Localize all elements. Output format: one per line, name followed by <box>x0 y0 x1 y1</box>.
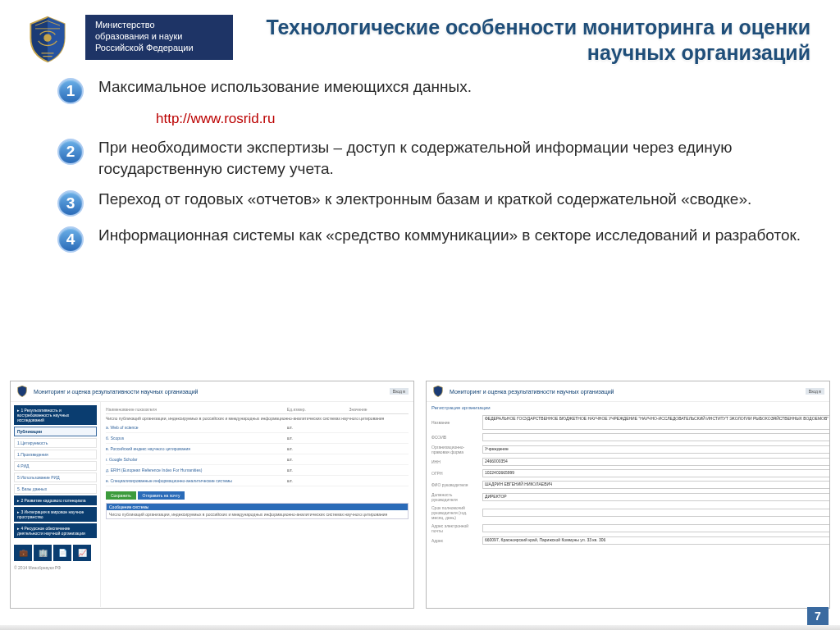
input-address[interactable]: 660097, Красноярский край, Парижской Ком… <box>482 536 830 545</box>
badge-3: 3 <box>57 190 84 217</box>
tile-chart-icon[interactable]: 📈 <box>73 545 91 561</box>
table-row: а. Web of scienceшт. <box>106 422 409 433</box>
point-2-text: При необходимости экспертизы – доступ к … <box>98 137 810 180</box>
input-fio[interactable]: ШАДРИН ЕВГЕНИЙ НИКОЛАЕВИЧ <box>482 481 830 489</box>
slide-header: Министерство образования и науки Российс… <box>0 0 840 71</box>
svg-point-0 <box>43 34 51 41</box>
bottom-tiles: 💼 🏢 📄 📈 <box>14 545 97 561</box>
sidebar-item[interactable]: Публикации <box>14 427 97 436</box>
sidebar-item[interactable]: 1.Цитируемость <box>14 438 97 448</box>
label-address: Адрес <box>431 538 479 543</box>
point-1: 1 Максимальное использование имеющихся д… <box>57 76 810 104</box>
input-position[interactable]: ДИРЕКТОР <box>482 493 830 501</box>
screenshot-thumbnails: Мониторинг и оценка результативности нау… <box>0 381 840 609</box>
crest-icon <box>23 15 72 64</box>
table-row: г. Google Scholarшт. <box>106 454 409 465</box>
sysmsg-body: Число публикаций организации, индексируе… <box>107 510 408 518</box>
point-3: 3 Переход от годовых «отчетов» к электро… <box>57 189 810 217</box>
crest-icon <box>431 385 445 398</box>
thumbnail-2: Мониторинг и оценка результативности нау… <box>426 381 830 609</box>
label-name: Название <box>431 420 479 425</box>
sidebar-group-4[interactable]: ▸ 4 Ресурсное обеспечение деятельности н… <box>14 523 97 538</box>
label-fio: ФИО руководителя <box>431 482 479 487</box>
sidebar-item[interactable]: 5 Использование РИД <box>14 472 97 482</box>
form-left: НазваниеФЕДЕРАЛЬНОЕ ГОСУДАРСТВЕННОЕ БЮДЖ… <box>431 415 830 548</box>
login-button[interactable]: Вход в <box>390 388 409 395</box>
label-term: Срок полномочий руководителя (год. месяц… <box>431 505 479 520</box>
label-fsoiv: ФСОИВ <box>431 435 479 440</box>
point-2: 2 При необходимости экспертизы – доступ … <box>57 137 810 180</box>
sidebar: ▸ 1 Результативность и востребованность … <box>11 402 101 607</box>
footer-divider <box>0 625 840 630</box>
sidebar-item[interactable]: 1.Произведения <box>14 450 97 459</box>
label-email: Адрес электронной почты <box>431 523 479 533</box>
page-number: 7 <box>807 607 829 625</box>
label-inn: ИНН <box>431 459 479 464</box>
system-message: Сообщение системы Число публикаций орган… <box>106 503 409 519</box>
table-header: Наименование показателя Ед.измер. Значен… <box>106 405 409 414</box>
table-row: б. Scopusшт. <box>106 433 409 444</box>
tile-doc-icon[interactable]: 📄 <box>53 545 71 561</box>
input-term[interactable] <box>482 509 830 517</box>
point-4: 4 Информационная системы как «средство к… <box>57 225 810 253</box>
app-title: Мониторинг и оценка результативности нау… <box>34 389 385 395</box>
ministry-line1: Министерство <box>95 20 223 31</box>
badge-4: 4 <box>57 226 84 253</box>
table-row: д. ERIH (European Reference Index For Hu… <box>106 465 409 476</box>
registration-title: Регистрация организации <box>427 405 829 410</box>
ministry-line3: Российской Федерации <box>95 43 223 54</box>
send-button[interactable]: Отправить на почту <box>138 491 185 500</box>
save-button[interactable]: Сохранить <box>106 491 136 500</box>
col-value: Значение <box>349 407 409 412</box>
input-opf[interactable]: Учреждение <box>482 445 830 454</box>
col-unit: Ед.измер. <box>287 407 347 412</box>
ministry-label: Министерство образования и науки Российс… <box>85 15 233 60</box>
login-button[interactable]: Вход в <box>806 388 824 395</box>
ministry-line2: образования и науки <box>95 31 223 43</box>
slide-title: Технологические особенности мониторинга … <box>246 15 810 66</box>
tile-building-icon[interactable]: 🏢 <box>34 545 52 561</box>
slide-title-wrap: Технологические особенности мониторинга … <box>246 15 817 66</box>
input-email[interactable] <box>482 524 830 532</box>
sysmsg-title: Сообщение системы <box>107 504 408 510</box>
point-1-text: Максимальное использование имеющихся дан… <box>98 76 472 98</box>
input-fsoiv[interactable] <box>482 433 830 441</box>
badge-2: 2 <box>57 139 84 165</box>
sidebar-group-3[interactable]: ▸ 3 Интеграция в мировое научное простра… <box>14 507 97 522</box>
crest-icon <box>16 385 29 398</box>
main-panel: Наименование показателя Ед.измер. Значен… <box>101 402 413 607</box>
badge-1: 1 <box>57 78 84 104</box>
sidebar-group-2[interactable]: ▸ 2 Развитие кадрового потенциала <box>14 495 97 505</box>
copyright: © 2014 Минобрнауки РФ <box>14 565 97 570</box>
input-inn[interactable]: 2466000354 <box>482 458 830 466</box>
label-ogrn: ОГРН <box>431 471 479 476</box>
points-list: 1 Максимальное использование имеющихся д… <box>0 71 840 264</box>
point-4-text: Информационная системы как «средство ком… <box>98 225 801 247</box>
rosrid-link[interactable]: http://www.rosrid.ru <box>156 111 810 127</box>
point-3-text: Переход от годовых «отчетов» к электронн… <box>98 189 751 211</box>
table-caption: Число публикаций организации, индексируе… <box>106 414 409 422</box>
app-title: Мониторинг и оценка результативности нау… <box>450 389 801 395</box>
thumbnail-1: Мониторинг и оценка результативности нау… <box>10 381 414 609</box>
sidebar-item[interactable]: 4 РИД <box>14 461 97 471</box>
sidebar-item[interactable]: 5. Базы данных <box>14 484 97 494</box>
input-ogrn[interactable]: 1022402665999 <box>482 469 830 477</box>
label-opf: Организационно-правовая форма <box>431 445 479 454</box>
col-name: Наименование показателя <box>106 407 285 412</box>
sidebar-group-1[interactable]: ▸ 1 Результативность и востребованность … <box>14 405 97 425</box>
table-row: в. Российский индекс научного цитировани… <box>106 444 409 454</box>
table-row: е. Специализированные информационно-анал… <box>106 476 409 486</box>
label-position: Должность руководителя <box>431 492 479 502</box>
input-name[interactable]: ФЕДЕРАЛЬНОЕ ГОСУДАРСТВЕННОЕ БЮДЖЕТНОЕ НА… <box>482 415 830 430</box>
tile-briefcase-icon[interactable]: 💼 <box>14 545 32 561</box>
